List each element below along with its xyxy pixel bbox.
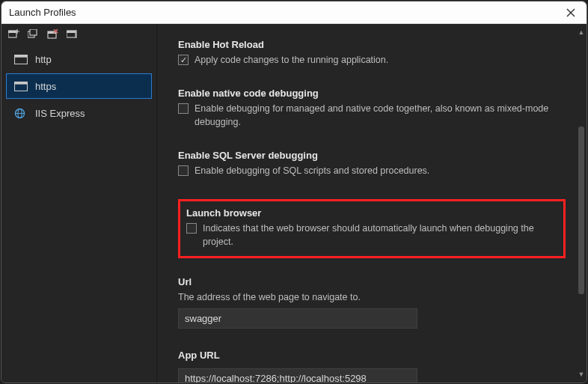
launch-browser-checkbox[interactable]: [186, 223, 197, 234]
svg-rect-18: [15, 82, 28, 84]
app-url-input[interactable]: [178, 368, 417, 383]
svg-rect-13: [67, 31, 76, 33]
new-profile-icon[interactable]: [7, 28, 19, 40]
sql-debug-checkbox[interactable]: [178, 165, 189, 176]
profile-list: http https IIS Express: [1, 43, 156, 129]
svg-rect-16: [15, 55, 28, 57]
profile-item-label: IIS Express: [35, 108, 85, 119]
profile-item-label: https: [35, 81, 56, 92]
content-scrollbar[interactable]: ▲ ▼: [578, 28, 584, 378]
section-launch-browser: Launch browser Indicates that the web br…: [178, 199, 566, 258]
section-title: Enable native code debugging: [178, 88, 566, 99]
section-desc: Apply code changes to the running applic…: [195, 53, 388, 67]
window-icon: [14, 81, 28, 91]
section-title: Url: [178, 276, 566, 287]
section-app-url: App URL: [178, 350, 566, 383]
section-url: Url The address of the web page to navig…: [178, 276, 566, 329]
section-title: App URL: [178, 350, 566, 361]
section-title: Enable SQL Server debugging: [178, 150, 566, 161]
profile-item-iis[interactable]: IIS Express: [6, 100, 152, 126]
svg-rect-7: [30, 29, 37, 35]
dialog-body: http https IIS Express Enable H: [1, 24, 587, 383]
settings-content: Enable Hot Reload ✓ Apply code changes t…: [157, 24, 587, 383]
scroll-up-icon[interactable]: ▲: [578, 28, 584, 36]
titlebar: Launch Profiles: [1, 1, 587, 24]
section-desc: Enable debugging for managed and native …: [195, 102, 566, 129]
native-debug-checkbox[interactable]: [178, 103, 189, 114]
window-title: Launch Profiles: [9, 7, 76, 18]
delete-profile-icon[interactable]: [46, 28, 58, 40]
section-title: Enable Hot Reload: [178, 39, 566, 50]
launch-profiles-window: Launch Profiles: [1, 1, 587, 383]
close-icon: [566, 8, 575, 17]
sidebar: http https IIS Express: [1, 24, 157, 383]
section-hot-reload: Enable Hot Reload ✓ Apply code changes t…: [178, 39, 566, 67]
profile-item-http[interactable]: http: [6, 46, 152, 72]
url-input[interactable]: [178, 308, 417, 329]
scroll-thumb[interactable]: [578, 127, 584, 294]
section-desc: Indicates that the web browser should au…: [203, 222, 556, 249]
globe-icon: [14, 108, 28, 118]
window-icon: [14, 54, 28, 64]
section-title: Launch browser: [186, 207, 556, 219]
section-native-debug: Enable native code debugging Enable debu…: [178, 88, 566, 129]
section-sql-debug: Enable SQL Server debugging Enable debug…: [178, 150, 566, 177]
rename-profile-icon[interactable]: [66, 28, 78, 40]
scroll-down-icon[interactable]: ▼: [578, 371, 584, 378]
close-button[interactable]: [563, 4, 579, 21]
profile-item-https[interactable]: https: [6, 73, 152, 99]
profile-item-label: http: [35, 54, 52, 65]
hot-reload-checkbox[interactable]: ✓: [178, 55, 189, 65]
section-desc: The address of the web page to navigate …: [178, 290, 566, 304]
duplicate-profile-icon[interactable]: [27, 28, 39, 40]
section-desc: Enable debugging of SQL scripts and stor…: [195, 164, 429, 177]
sidebar-toolbar: [1, 24, 156, 43]
